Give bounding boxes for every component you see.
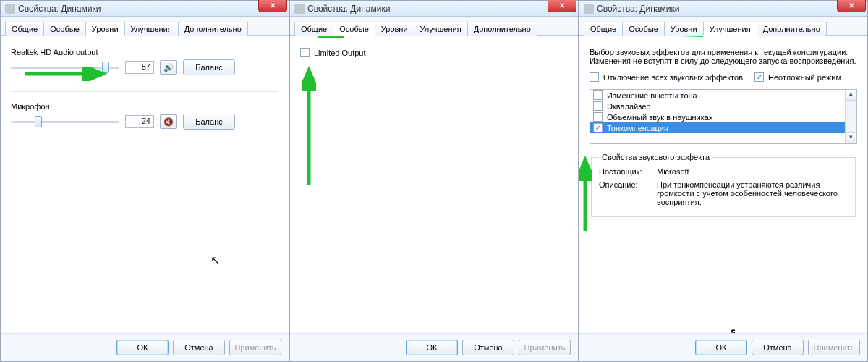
effect-item[interactable]: Тонкомпенсация — [590, 122, 856, 133]
disable-all-effects-checkbox[interactable]: Отключение всех звуковых эффектов — [590, 72, 743, 82]
effect-item[interactable]: Объемный звук в наушниках — [590, 111, 856, 122]
window-enhancements: Свойства: Динамики ✕ Общие Особые Уровни… — [579, 0, 868, 362]
tab-content: Realtek HD Audio output 87 🔊 Баланс Микр… — [1, 36, 289, 333]
effect-label: Эквалайзер — [607, 102, 650, 111]
annotation-arrow-icon — [95, 36, 153, 39]
tab-levels[interactable]: Уровни — [85, 22, 125, 36]
output-volume-value[interactable]: 87 — [125, 61, 154, 74]
tab-custom[interactable]: Особые — [43, 22, 86, 36]
output-device-label: Realtek HD Audio output — [11, 48, 278, 56]
checkbox-label: Неотложный режим — [768, 73, 841, 82]
effect-label: Тонкомпенсация — [607, 124, 668, 132]
mouse-cursor-icon: ↖ — [730, 326, 739, 333]
tab-general[interactable]: Общие — [5, 22, 44, 36]
titlebar[interactable]: Свойства: Динамики ✕ — [579, 1, 867, 17]
scroll-up-icon[interactable]: ▴ — [846, 90, 856, 101]
provider-key: Поставщик: — [599, 167, 650, 176]
apply-button[interactable]: Применить — [519, 340, 571, 355]
tab-advanced[interactable]: Дополнительно — [467, 22, 537, 36]
tab-levels[interactable]: Уровни — [375, 22, 414, 36]
annotation-arrow-icon — [315, 36, 380, 41]
ok-button[interactable]: ОК — [116, 340, 169, 355]
effect-item[interactable]: Эквалайзер — [590, 101, 856, 111]
tab-general[interactable]: Общие — [294, 22, 333, 36]
effect-label: Изменение высоты тона — [607, 91, 697, 100]
scrollbar[interactable]: ▴ ▾ — [845, 90, 856, 143]
effect-properties-group: Свойства звукового эффекта Поставщик: Mi… — [591, 153, 856, 217]
speaker-icon — [5, 4, 15, 14]
checkbox-icon — [754, 72, 764, 82]
window-title: Свойства: Динамики — [597, 4, 679, 14]
urgent-mode-checkbox[interactable]: Неотложный режим — [754, 72, 841, 82]
tab-levels[interactable]: Уровни — [664, 22, 704, 36]
tab-strip: Общие Особые Уровни Улучшения Дополнител… — [579, 17, 867, 36]
window-custom: Свойства: Динамики ✕ Общие Особые Уровни… — [289, 0, 579, 362]
tab-strip: Общие Особые Уровни Улучшения Дополнител… — [1, 17, 289, 36]
tab-advanced[interactable]: Дополнительно — [757, 22, 827, 36]
window-levels: Свойства: Динамики ✕ Общие Особые Уровни… — [0, 0, 289, 362]
tab-enhancements[interactable]: Улучшения — [703, 22, 757, 36]
effect-label: Объемный звук в наушниках — [607, 113, 712, 122]
tab-custom[interactable]: Особые — [622, 22, 665, 36]
description-value: При тонкомпенсации устраняются различия … — [657, 180, 848, 206]
close-button[interactable]: ✕ — [258, 0, 287, 12]
tab-enhancements[interactable]: Улучшения — [124, 22, 179, 36]
dialog-buttons: ОК Отмена Применить — [290, 333, 578, 361]
output-mute-button[interactable]: 🔊 — [160, 60, 177, 75]
effect-properties-legend: Свойства звукового эффекта — [599, 153, 712, 161]
effect-item[interactable]: Изменение высоты тона — [590, 90, 856, 101]
checkbox-icon — [300, 48, 310, 57]
tab-strip: Общие Особые Уровни Улучшения Дополнител… — [290, 17, 578, 36]
tab-content: Выбор звуковых эффектов для применения к… — [579, 36, 867, 333]
window-title: Свойства: Динамики — [18, 4, 101, 14]
dialog-buttons: ОК Отмена Применить — [579, 333, 867, 361]
output-balance-button[interactable]: Баланс — [183, 59, 235, 75]
titlebar[interactable]: Свойства: Динамики ✕ — [290, 1, 578, 17]
speaker-on-icon: 🔊 — [163, 63, 174, 72]
mouse-cursor-icon: ↖ — [210, 253, 220, 267]
checkbox-icon — [590, 72, 599, 82]
cancel-button[interactable]: Отмена — [462, 340, 514, 355]
mic-volume-slider[interactable] — [11, 114, 119, 129]
cancel-button[interactable]: Отмена — [752, 340, 804, 355]
effects-list[interactable]: Изменение высоты тона Эквалайзер Объемны… — [590, 89, 857, 144]
tab-general[interactable]: Общие — [584, 22, 623, 36]
tab-custom[interactable]: Особые — [333, 22, 375, 36]
intro-text: Выбор звуковых эффектов для применения к… — [590, 48, 857, 65]
mic-balance-button[interactable]: Баланс — [183, 114, 235, 130]
close-button[interactable]: ✕ — [837, 0, 866, 12]
mic-device-group: Микрофон 24 🔇 Баланс — [11, 102, 278, 130]
titlebar[interactable]: Свойства: Динамики ✕ — [1, 1, 289, 17]
ok-button[interactable]: ОК — [406, 340, 458, 355]
tab-content: Limited Output — [290, 36, 578, 333]
cancel-button[interactable]: Отмена — [173, 340, 225, 355]
close-button[interactable]: ✕ — [548, 0, 576, 12]
output-volume-slider[interactable] — [11, 60, 119, 75]
ok-button[interactable]: ОК — [695, 340, 747, 355]
scroll-down-icon[interactable]: ▾ — [846, 132, 856, 143]
speaker-icon — [294, 4, 305, 14]
speaker-icon — [584, 4, 594, 14]
tab-enhancements[interactable]: Улучшения — [414, 22, 468, 36]
annotation-arrow-icon — [302, 65, 316, 188]
description-key: Описание: — [599, 180, 650, 206]
annotation-arrow-icon — [673, 36, 739, 39]
apply-button[interactable]: Применить — [808, 340, 860, 355]
provider-value: Microsoft — [657, 167, 848, 176]
output-device-group: Realtek HD Audio output 87 🔊 Баланс — [11, 48, 278, 75]
checkbox-label: Limited Output — [314, 49, 366, 57]
checkbox-label: Отключение всех звуковых эффектов — [603, 73, 743, 82]
mic-volume-value[interactable]: 24 — [125, 115, 154, 128]
tab-advanced[interactable]: Дополнительно — [178, 22, 248, 36]
limited-output-checkbox[interactable]: Limited Output — [300, 48, 366, 57]
mic-device-label: Микрофон — [11, 102, 278, 111]
apply-button[interactable]: Применить — [229, 340, 281, 355]
speaker-muted-icon: 🔇 — [163, 117, 174, 127]
dialog-buttons: ОК Отмена Применить — [1, 333, 289, 361]
mic-mute-button[interactable]: 🔇 — [160, 114, 177, 129]
divider — [11, 91, 278, 92]
window-title: Свойства: Динамики — [307, 4, 390, 14]
